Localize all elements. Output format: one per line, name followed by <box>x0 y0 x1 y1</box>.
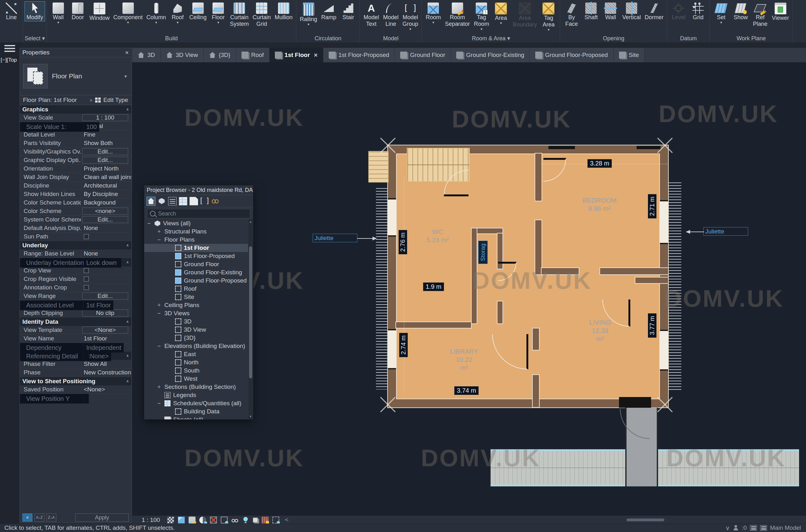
ribbon-button[interactable]: Mullion <box>273 1 294 21</box>
main-model-label[interactable]: Main Model <box>770 525 801 531</box>
property-row[interactable]: Orientation Project North <box>20 165 131 173</box>
property-row[interactable]: Saved Position <None> <box>20 385 131 394</box>
ribbon-button[interactable]: Floor <box>208 1 228 24</box>
ribbon-button[interactable]: Modify <box>24 1 45 21</box>
expand-collapse-icon[interactable]: − <box>158 236 164 243</box>
view-control-icon[interactable] <box>188 517 196 524</box>
wall-segment[interactable] <box>533 328 539 350</box>
ribbon-button[interactable]: Shaft <box>581 1 601 21</box>
juliette-annotation[interactable]: Juliette <box>703 227 748 236</box>
dimension-label[interactable]: 3.28 m <box>587 159 612 168</box>
property-row[interactable]: Depth Clipping No clip <box>20 309 131 318</box>
property-row[interactable]: Associated Level 1st Floor <box>20 301 113 310</box>
tree-item[interactable]: − 3D Views <box>144 309 248 318</box>
view-control-icon[interactable] <box>242 517 249 524</box>
property-row[interactable]: Referencing Detail <box>20 352 89 361</box>
viewport-label[interactable]: [−][Top <box>1 57 17 63</box>
property-row[interactable]: Color Scheme <none> <box>20 207 131 215</box>
ribbon-button[interactable]: Model Group <box>401 1 420 31</box>
view-control-icon[interactable] <box>253 517 258 522</box>
tree-item[interactable]: + Ceiling Plans <box>144 301 248 309</box>
wall-segment[interactable] <box>535 154 542 201</box>
expand-collapse-icon[interactable]: − <box>158 310 164 317</box>
ribbon-button[interactable]: Wall <box>601 1 620 21</box>
tree-item[interactable]: Ground Floor-Proposed <box>144 277 248 285</box>
tree-item[interactable]: South <box>144 366 248 375</box>
ribbon-button[interactable]: Viewer <box>770 1 791 22</box>
tree-item[interactable]: East <box>144 350 248 358</box>
type-selector[interactable]: Floor Plan ▾ <box>20 57 131 95</box>
tree-item[interactable]: − Views (all) <box>144 219 248 227</box>
tree-item[interactable]: 3D View <box>144 326 248 334</box>
property-row[interactable]: Range: Base Level None <box>20 249 131 258</box>
dimension-label[interactable]: 1.9 m <box>423 283 444 291</box>
tree-item[interactable]: − Floor Plans <box>144 236 248 244</box>
ribbon-button[interactable]: Vertical <box>620 1 643 21</box>
checkbox[interactable] <box>84 268 89 273</box>
window[interactable] <box>388 198 396 236</box>
tree-item[interactable]: + Sections (Building Section) <box>144 383 248 391</box>
browser-toolbar-icon[interactable] <box>189 197 198 206</box>
view-control-icon[interactable] <box>178 517 185 524</box>
property-row[interactable]: View Scale 1 : 100 <box>20 114 131 122</box>
expand-collapse-icon[interactable]: + <box>158 384 164 391</box>
property-row[interactable]: View Name 1st Floor <box>20 335 131 343</box>
menu-icon[interactable] <box>4 45 15 52</box>
wall-segment[interactable] <box>600 268 668 274</box>
tree-item[interactable]: Roof <box>144 285 248 293</box>
ribbon-button[interactable]: Ramp <box>319 1 338 21</box>
ribbon-button[interactable]: Show <box>731 1 750 21</box>
edit-type-button[interactable]: Edit Type <box>103 97 128 103</box>
sort-az-icon[interactable]: A↓Z <box>34 513 44 521</box>
apply-button[interactable]: Apply <box>75 513 129 521</box>
expand-collapse-icon[interactable]: − <box>147 220 154 227</box>
scrollbar[interactable]: ▲ ▼ <box>249 219 253 419</box>
checkbox[interactable] <box>84 285 89 290</box>
view-control-icon[interactable] <box>262 517 269 524</box>
ribbon-button[interactable]: Window <box>88 1 111 22</box>
section-header-underlay[interactable]: Underlay <box>20 241 131 249</box>
section-header-view-to-sheet[interactable]: View to Sheet Positioning <box>20 377 131 385</box>
property-row[interactable]: Underlay Orientation Look down <box>20 258 119 268</box>
ribbon-button[interactable]: Door <box>68 1 88 21</box>
property-row[interactable]: View Range Edit... <box>20 292 131 301</box>
tree-item[interactable]: Building Data <box>144 407 248 416</box>
view-control-icon[interactable] <box>232 517 238 524</box>
design-options-icon[interactable] <box>760 525 767 531</box>
dimension-label[interactable]: 3.77 m <box>648 314 657 338</box>
property-row[interactable]: Crop Region Visible <box>20 275 131 283</box>
expand-collapse-icon[interactable]: + <box>158 302 164 309</box>
property-row[interactable]: Wall Join Display Clean all wall joins <box>20 173 131 182</box>
ribbon-button[interactable]: Dormer <box>643 1 665 21</box>
project-browser-titlebar[interactable]: Project Browser - 2 Old maidstone Rd, DA… <box>144 185 253 195</box>
view-tab[interactable]: Ground Floor-Proposed × <box>530 48 613 62</box>
window[interactable] <box>660 330 668 370</box>
view-tab[interactable]: Ground Floor-Existing × <box>451 48 530 62</box>
property-row[interactable]: Parts Visibility Show Both <box>20 139 131 148</box>
tree-item[interactable]: − Schedules/Quantities (all) <box>144 399 248 407</box>
view-control-icon[interactable] <box>221 517 227 524</box>
scroll-down-icon[interactable]: ▼ <box>249 414 253 419</box>
property-row[interactable]: View Position Y <box>20 394 89 404</box>
wall-segment[interactable] <box>535 220 542 274</box>
view-control-icon[interactable] <box>199 517 206 524</box>
tree-item[interactable]: − Sheets (all) <box>144 416 248 419</box>
expand-collapse-icon[interactable]: − <box>158 400 164 407</box>
dimension-label[interactable]: 2.71 m <box>648 194 657 218</box>
ribbon-button[interactable]: Ceiling <box>187 1 208 21</box>
property-row[interactable]: Color Scheme Location Background <box>20 198 131 207</box>
ribbon-button[interactable]: Ref Plane <box>750 1 770 28</box>
chevron-down-icon[interactable]: ▾ <box>124 73 128 79</box>
sort-default-icon[interactable]: ≡ <box>22 513 33 521</box>
ribbon-button[interactable]: Column <box>145 1 168 24</box>
ribbon-button[interactable]: Level <box>669 1 688 21</box>
storage-tag[interactable]: Storag <box>478 241 488 264</box>
room-label[interactable]: BEDROOM 8.86 m² <box>583 196 617 213</box>
view-tab[interactable]: {3D} × <box>204 48 236 62</box>
ribbon-button[interactable]: Line <box>2 1 21 21</box>
ribbon-button[interactable]: Wall <box>49 1 68 24</box>
ribbon-button[interactable]: Model Line <box>381 1 401 28</box>
dimension-label[interactable]: 2.74 m <box>399 333 408 357</box>
property-row[interactable]: Show Hidden Lines By Discipline <box>20 190 131 198</box>
checkbox[interactable] <box>84 234 89 239</box>
